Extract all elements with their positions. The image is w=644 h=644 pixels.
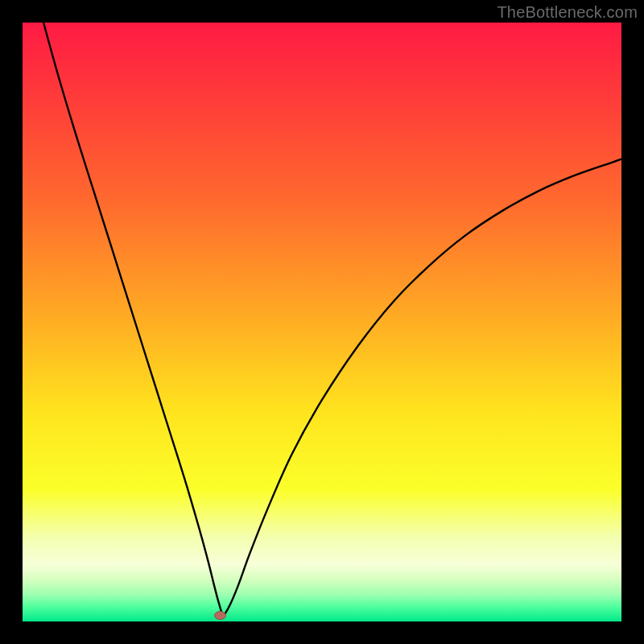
plot-area (23, 23, 621, 621)
gradient-background (23, 23, 621, 621)
chart-frame: TheBottleneck.com (0, 0, 644, 644)
chart-svg (23, 23, 621, 621)
optimum-marker (215, 612, 226, 620)
watermark-label: TheBottleneck.com (497, 3, 638, 22)
